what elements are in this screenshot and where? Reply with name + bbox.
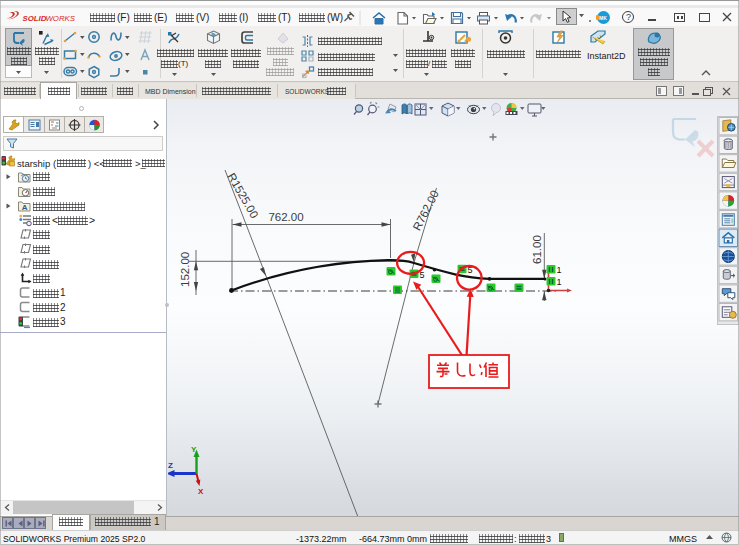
svg-text:1: 1 <box>557 265 562 275</box>
svg-text:Z: Z <box>168 461 173 470</box>
svg-text:762.00: 762.00 <box>268 211 303 223</box>
svg-text:1: 1 <box>557 277 562 287</box>
svg-text:Y: Y <box>191 445 197 454</box>
svg-text:X: X <box>198 487 204 496</box>
svg-text:152.00: 152.00 <box>179 252 191 287</box>
svg-text:R1525.00: R1525.00 <box>225 171 260 220</box>
svg-text:61.00: 61.00 <box>531 235 543 264</box>
svg-text:R762.00: R762.00 <box>411 188 441 232</box>
